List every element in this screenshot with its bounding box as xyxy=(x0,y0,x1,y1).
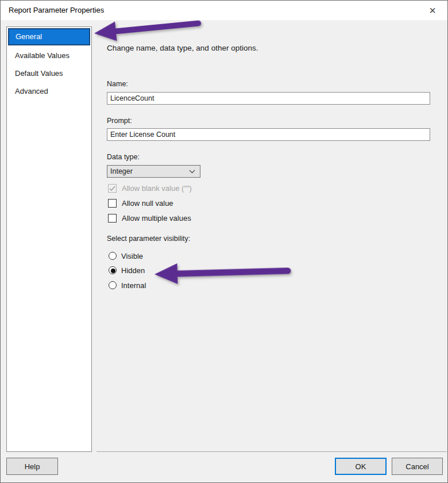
report-parameter-properties-dialog: Report Parameter Properties × General Av… xyxy=(0,0,448,483)
name-label: Name: xyxy=(107,80,128,88)
prompt-label: Prompt: xyxy=(107,117,132,125)
checkbox-checked-disabled-icon xyxy=(108,184,117,193)
title-bar: Report Parameter Properties × xyxy=(1,1,447,20)
visible-radio[interactable]: Visible xyxy=(109,251,143,260)
allow-multiple-values-checkbox[interactable]: Allow multiple values xyxy=(108,213,191,223)
help-button[interactable]: Help xyxy=(6,458,58,475)
radio-selected-icon xyxy=(109,266,117,274)
data-type-dropdown[interactable]: Integer xyxy=(107,165,200,178)
radio-unselected-icon xyxy=(109,252,117,260)
page-description: Change name, data type, and other option… xyxy=(107,44,258,52)
checkbox-label: Allow null value xyxy=(122,199,173,208)
internal-radio[interactable]: Internal xyxy=(109,281,146,290)
checkbox-label: Allow multiple values xyxy=(122,214,191,223)
sidebar-item-available-values[interactable]: Available Values xyxy=(7,47,91,64)
footer-divider xyxy=(96,451,447,452)
sidebar-item-general[interactable]: General xyxy=(8,28,90,45)
dialog-title: Report Parameter Properties xyxy=(9,1,104,20)
page-list: General Available Values Default Values … xyxy=(6,26,92,452)
sidebar-item-advanced[interactable]: Advanced xyxy=(7,82,91,100)
data-type-selected-value: Integer xyxy=(110,166,189,177)
close-icon[interactable]: × xyxy=(423,1,442,20)
ok-button[interactable]: OK xyxy=(335,458,387,475)
allow-blank-value-checkbox: Allow blank value ("") xyxy=(108,183,192,193)
radio-label: Visible xyxy=(121,252,143,260)
annotation-arrow-hidden xyxy=(153,259,292,288)
allow-null-value-checkbox[interactable]: Allow null value xyxy=(108,198,173,208)
visibility-label: Select parameter visibility: xyxy=(107,235,190,243)
checkbox-unchecked-icon xyxy=(108,214,117,223)
checkbox-unchecked-icon xyxy=(108,199,117,208)
name-input[interactable]: LicenceCount xyxy=(107,92,430,105)
checkbox-label: Allow blank value ("") xyxy=(122,184,192,193)
radio-label: Hidden xyxy=(121,266,145,275)
sidebar-item-default-values[interactable]: Default Values xyxy=(7,64,91,82)
chevron-down-icon xyxy=(189,170,195,174)
radio-unselected-icon xyxy=(109,281,117,289)
hidden-radio[interactable]: Hidden xyxy=(109,266,145,275)
radio-label: Internal xyxy=(121,281,146,290)
data-type-label: Data type: xyxy=(107,153,140,161)
cancel-button[interactable]: Cancel xyxy=(392,458,443,475)
prompt-input[interactable]: Enter License Count xyxy=(107,128,430,141)
